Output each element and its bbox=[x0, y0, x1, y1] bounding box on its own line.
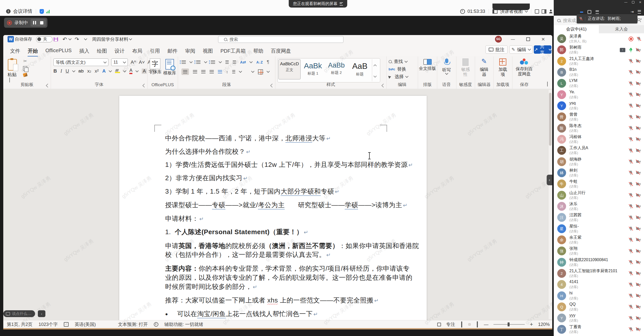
ribbon-tab[interactable]: PDF工具箱 bbox=[217, 46, 249, 56]
chat-quick-input[interactable]: 说点什么.... bbox=[3, 310, 35, 317]
word-count[interactable]: 1023个字 bbox=[39, 321, 58, 327]
chat-collapse-button[interactable]: ‹ bbox=[38, 310, 45, 317]
participant-row[interactable]: 山山止川行(访客) bbox=[554, 190, 644, 201]
undo-icon[interactable]: ↶ bbox=[63, 35, 67, 43]
ribbon-tab[interactable]: 设计 bbox=[111, 46, 128, 56]
align-left-icon[interactable] bbox=[183, 70, 187, 73]
document-area[interactable]: 中外合作院校——西浦，宁诺，港中深，北师港浸大等↵为什么选择中外合作院校？↵1）… bbox=[3, 89, 552, 320]
style-chip[interactable]: AaBk标题 1 bbox=[302, 59, 324, 79]
panel-minimize-icon[interactable] bbox=[580, 12, 583, 13]
line-spacing-icon[interactable]: ↕ bbox=[226, 70, 228, 74]
font-library-icon[interactable]: 字 bbox=[150, 58, 160, 69]
subscript-icon[interactable]: x2 bbox=[87, 68, 91, 74]
ribbon-tab[interactable]: 引用 bbox=[146, 46, 164, 56]
zoom-in-button[interactable]: + bbox=[530, 321, 533, 328]
grow-font-icon[interactable]: A^ bbox=[131, 59, 136, 65]
language-indicator[interactable]: 英语(美国) bbox=[75, 321, 96, 327]
quick-access-more-icon[interactable] bbox=[84, 37, 87, 40]
participant-row[interactable]: 丁丁雁青(访客) bbox=[554, 324, 644, 335]
styles-scroll[interactable] bbox=[372, 59, 378, 81]
ribbon-tab[interactable]: 文件 bbox=[6, 46, 24, 56]
participant-row[interactable]: 牛牛蛙(访客) bbox=[554, 178, 644, 190]
addins-button[interactable]: 加载项 bbox=[498, 67, 508, 77]
side-panel-icon[interactable] bbox=[542, 9, 546, 14]
participant-row[interactable]: YYe.(访客) bbox=[554, 89, 644, 100]
participant-row[interactable]: 钟钟成琪220110900841(访客) bbox=[554, 257, 644, 268]
document-scrollbar[interactable] bbox=[548, 90, 552, 319]
participant-row[interactable]: LLYM(访客) bbox=[554, 78, 644, 89]
sort-icon[interactable]: A↓Z bbox=[256, 60, 263, 64]
security-shield-icon[interactable]: ✓ bbox=[40, 9, 44, 14]
distribute-icon[interactable] bbox=[218, 70, 222, 73]
window-maximize-button[interactable] bbox=[522, 35, 534, 43]
participant-row[interactable]: 余余王紫(访客) bbox=[554, 234, 644, 246]
undo-dropdown-icon[interactable] bbox=[68, 37, 72, 40]
window-close-button[interactable]: ✕ bbox=[538, 35, 549, 43]
accessibility-status[interactable]: 辅助功能: 一切就绪 bbox=[164, 321, 203, 327]
ribbon-tab[interactable]: 绘图 bbox=[93, 46, 111, 56]
copy-icon[interactable] bbox=[23, 66, 27, 71]
account-avatar[interactable]: SG bbox=[495, 36, 502, 43]
superscript-icon[interactable]: x² bbox=[95, 68, 99, 74]
align-center-icon[interactable] bbox=[193, 70, 197, 73]
font-library-button[interactable]: 字体库 bbox=[148, 69, 162, 75]
ribbon-tab[interactable]: 邮件 bbox=[164, 46, 181, 56]
ribbon-tab[interactable]: 视图 bbox=[199, 46, 217, 56]
participant-row[interactable]: 汪汪茜茜(访客) bbox=[554, 212, 644, 223]
participant-row[interactable]: 郭郭树雨(访客)↑ bbox=[554, 44, 644, 55]
participant-row[interactable]: 吴吴泽勇(主持人, 我) bbox=[554, 33, 644, 44]
panel-list-icon[interactable] bbox=[596, 10, 599, 14]
paste-button[interactable]: 粘贴 bbox=[8, 72, 17, 77]
participant-row[interactable]: 胡胡海静(访客) bbox=[554, 156, 644, 167]
text-prediction[interactable]: 文本预测: 打开 bbox=[118, 321, 148, 327]
asian-layout-icon[interactable]: A⇄ bbox=[240, 60, 246, 65]
numbering-icon[interactable] bbox=[196, 60, 200, 64]
tab-in-meeting[interactable]: 会议中(41) bbox=[554, 25, 599, 33]
scrollbar-thumb[interactable] bbox=[549, 93, 551, 146]
addins-icon[interactable] bbox=[499, 58, 506, 66]
select-button[interactable]: 选择 bbox=[395, 74, 404, 80]
fullscreen-icon[interactable] bbox=[535, 9, 539, 14]
cut-icon[interactable]: ✂ bbox=[23, 58, 27, 64]
style-chip[interactable]: AaBbCcD正文 bbox=[278, 59, 301, 79]
participant-row[interactable]: 张张翔(访客) bbox=[554, 246, 644, 257]
autosave-toggle[interactable]: 关 bbox=[36, 36, 52, 42]
character-shading-icon[interactable]: A bbox=[142, 69, 147, 74]
panel-collapse-handle[interactable]: ‹ bbox=[547, 175, 552, 185]
style-chip[interactable]: AaB标题 bbox=[349, 59, 371, 79]
collapse-ribbon-icon[interactable] bbox=[547, 82, 548, 86]
proofing-icon[interactable]: ✓ bbox=[64, 322, 69, 327]
ribbon-tab[interactable]: 审阅 bbox=[181, 46, 199, 56]
participant-row[interactable]: 工工作人员A(访客) bbox=[554, 145, 644, 156]
panel-pop-out-icon[interactable] bbox=[588, 10, 591, 14]
italic-icon[interactable]: I bbox=[61, 68, 62, 74]
participant-row[interactable]: 221人工王鑫涛(访客) bbox=[554, 56, 644, 67]
stop-recording-button[interactable] bbox=[40, 21, 43, 24]
participant-row[interactable]: 沐沐乐(访客) bbox=[554, 201, 644, 212]
ribbon-tab[interactable]: 插入 bbox=[75, 46, 93, 56]
paste-icon[interactable] bbox=[8, 59, 17, 71]
network-signal-icon[interactable] bbox=[46, 10, 50, 13]
participant-list[interactable]: 吴吴泽勇(主持人, 我)郭郭树雨(访客)↑221人工王鑫涛(访客)BB1n(访客… bbox=[554, 33, 644, 336]
format-painter-icon[interactable] bbox=[23, 73, 27, 77]
text-effects-icon[interactable]: A bbox=[102, 68, 106, 74]
comment-button[interactable]: 批注 bbox=[485, 45, 508, 54]
template-library-button[interactable]: 模板库 bbox=[163, 70, 177, 76]
participant-row[interactable]: 曾曾曾(访客) bbox=[554, 111, 644, 123]
ribbon-tab[interactable]: 布局 bbox=[128, 46, 146, 56]
find-button[interactable]: 查找 bbox=[394, 58, 403, 65]
zoom-level[interactable]: 120% bbox=[538, 322, 550, 327]
banner-menu-icon[interactable] bbox=[340, 2, 343, 6]
font-name-select[interactable]: 等线 (西文正文) bbox=[53, 58, 108, 66]
font-color-icon[interactable]: A bbox=[129, 68, 132, 74]
full-typeset-button[interactable]: 全文排版 bbox=[418, 66, 437, 71]
title-dropdown-icon[interactable] bbox=[129, 37, 132, 40]
participant-row[interactable]: 44141(访客) bbox=[554, 279, 644, 290]
participant-row[interactable]: Hhi(访客) bbox=[554, 290, 644, 301]
minimize-icon[interactable]: — bbox=[624, 1, 627, 4]
zoom-slider-thumb[interactable] bbox=[508, 322, 510, 326]
participant-row[interactable]: 冯冯裕钵(访客) bbox=[554, 134, 644, 145]
participant-row[interactable]: QQQ(访客) bbox=[554, 301, 644, 313]
close-icon[interactable]: ✕ bbox=[639, 1, 641, 4]
window-minimize-button[interactable]: — bbox=[507, 35, 518, 43]
